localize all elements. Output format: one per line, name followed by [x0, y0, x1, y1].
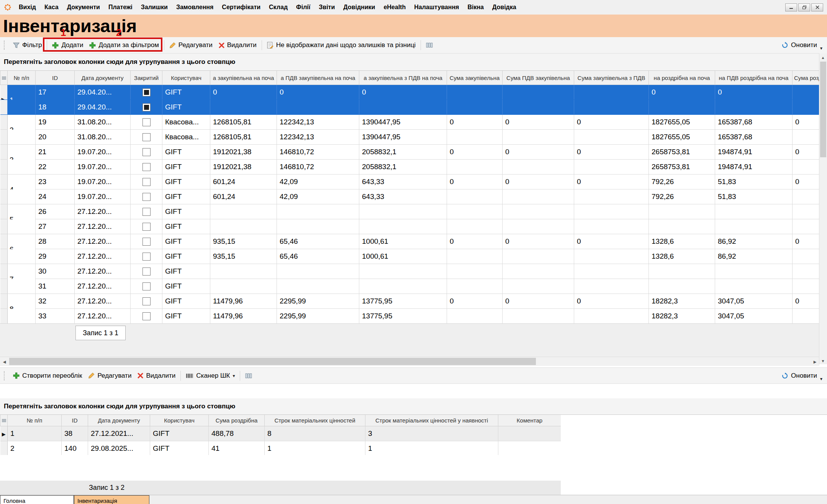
document-row[interactable]: 33 27.12.20... GIFT 11479,96 2295,99 137…: [0, 309, 820, 324]
closed-checkbox[interactable]: [142, 163, 151, 171]
column-header[interactable]: на ПДВ роздрібна на поча: [715, 71, 793, 85]
menu-item[interactable]: Вихід: [15, 4, 40, 11]
document-row[interactable]: 2 19 31.08.20... Квасова... 1268105,81 1…: [0, 115, 820, 130]
refresh-button[interactable]: Оновити: [778, 39, 820, 52]
delete-recount-button[interactable]: Видалити: [134, 369, 179, 382]
view-tab[interactable]: Головна: [0, 495, 74, 504]
menu-item[interactable]: Документи: [63, 4, 104, 11]
document-row[interactable]: 27 27.12.20... GIFT: [0, 219, 820, 234]
closed-checkbox[interactable]: [142, 312, 151, 320]
menu-item[interactable]: Каса: [40, 4, 63, 11]
toolbar-grip[interactable]: [4, 371, 7, 380]
closed-checkbox[interactable]: [142, 297, 151, 305]
column-header[interactable]: Сума закупівельна з ПДВ: [574, 71, 649, 85]
column-chooser-button[interactable]: [423, 39, 436, 52]
closed-checkbox[interactable]: [142, 88, 151, 96]
closed-checkbox[interactable]: [142, 223, 151, 231]
horizontal-scrollbar[interactable]: [0, 357, 819, 366]
column-header[interactable]: а закупівельна на поча: [210, 71, 277, 85]
edit-button[interactable]: Редагувати: [166, 39, 216, 52]
filter-button[interactable]: Фільтр: [10, 39, 45, 52]
scanner-dropdown-icon[interactable]: [233, 374, 235, 378]
closed-checkbox[interactable]: [142, 253, 151, 261]
menu-item[interactable]: Залишки: [137, 4, 172, 11]
column-header[interactable]: Дата документу: [88, 415, 150, 426]
column-header[interactable]: Закритий: [131, 71, 162, 85]
menu-item[interactable]: Сертифікати: [218, 4, 265, 11]
add-button[interactable]: Додати: [49, 39, 86, 52]
column-header[interactable]: Строк матеріальних цінностей: [265, 415, 365, 426]
closed-checkbox[interactable]: [142, 208, 151, 216]
scroll-left-button[interactable]: [0, 357, 9, 365]
toolbar-grip[interactable]: [4, 41, 7, 50]
document-row[interactable]: 6 28 27.12.20... GIFT 935,15 65,46 1000,…: [0, 234, 820, 249]
vertical-scroll-thumb[interactable]: [820, 62, 826, 157]
refresh-dropdown-icon[interactable]: [820, 46, 822, 51]
column-header[interactable]: а ПДВ закупівельна на поча: [277, 71, 359, 85]
hide-balances-button[interactable]: Не відображати дані щодо залишків та різ…: [264, 39, 419, 52]
refresh-dropdown-icon[interactable]: [820, 377, 822, 381]
closed-checkbox[interactable]: [142, 282, 151, 290]
close-button[interactable]: [811, 3, 823, 11]
column-header[interactable]: ID: [36, 71, 75, 85]
menu-item[interactable]: Довідники: [339, 4, 379, 11]
closed-checkbox[interactable]: [142, 118, 151, 126]
document-row[interactable]: 8 32 27.12.20... GIFT 11479,96 2295,99 1…: [0, 294, 820, 309]
scroll-right-button[interactable]: [811, 357, 819, 365]
menu-item[interactable]: Філії: [292, 4, 314, 11]
column-header[interactable]: Сума розд: [793, 71, 820, 85]
document-row[interactable]: 18 29.04.20... GIFT: [0, 100, 820, 115]
document-row[interactable]: 5 26 27.12.20... GIFT: [0, 204, 820, 219]
column-header[interactable]: № п/п: [8, 71, 36, 85]
document-row[interactable]: 29 27.12.20... GIFT 935,15 65,46 1000,61…: [0, 249, 820, 264]
menu-item[interactable]: Налаштування: [410, 4, 463, 11]
group-by-panel[interactable]: Перетягніть заголовок колонки сюди для у…: [0, 54, 827, 71]
column-header[interactable]: Коментар: [498, 415, 561, 426]
column-chooser-button[interactable]: [242, 369, 255, 382]
view-tab[interactable]: Інвентаризація: [74, 495, 149, 504]
column-header[interactable]: ID: [62, 415, 88, 426]
menu-item[interactable]: Замовлення: [172, 4, 218, 11]
document-row[interactable]: 4 23 19.07.20... GIFT 601,24 42,09 643,3…: [0, 175, 820, 189]
recount-row[interactable]: 2 140 29.08.2025... GIFT 41 1 1: [0, 441, 561, 455]
horizontal-scroll-thumb[interactable]: [9, 358, 536, 365]
closed-checkbox[interactable]: [142, 133, 151, 141]
column-header[interactable]: на роздрібна на поча: [649, 71, 715, 85]
recount-row[interactable]: 1 38 27.12.2021... GIFT 488,78 8 3: [0, 426, 561, 441]
column-header[interactable]: Сума закупівельна: [447, 71, 503, 85]
column-header[interactable]: Користувач: [150, 415, 209, 426]
closed-checkbox[interactable]: [142, 267, 151, 276]
menu-item[interactable]: Вікна: [463, 4, 488, 11]
delete-button[interactable]: Видалити: [216, 39, 260, 52]
menu-item[interactable]: Звіти: [314, 4, 339, 11]
column-header[interactable]: Користувач: [162, 71, 210, 85]
menu-item[interactable]: eHealth: [379, 4, 410, 11]
add-by-filter-button[interactable]: Додати за фільтром: [86, 39, 162, 52]
scroll-down-button[interactable]: [819, 357, 827, 364]
closed-checkbox[interactable]: [142, 103, 151, 111]
scroll-up-button[interactable]: [819, 53, 827, 61]
closed-checkbox[interactable]: [142, 178, 151, 186]
column-header[interactable]: а закупівельна з ПДВ на поча: [359, 71, 447, 85]
document-row[interactable]: 7 30 27.12.20... GIFT: [0, 264, 820, 279]
refresh-recount-button[interactable]: Оновити: [778, 369, 820, 382]
document-row[interactable]: 3 21 19.07.20... GIFT 1912021,38 146810,…: [0, 145, 820, 160]
menu-item[interactable]: Платежі: [104, 4, 137, 11]
document-row[interactable]: 1 17 29.04.20... GIFT 0 0 0 0 0: [0, 85, 820, 100]
closed-checkbox[interactable]: [142, 238, 151, 246]
column-header[interactable]: Дата документу: [75, 71, 131, 85]
barcode-scanner-button[interactable]: Сканер ШК: [183, 369, 238, 382]
column-header[interactable]: Строк матеріальних цінностей у наявності: [365, 415, 498, 426]
closed-checkbox[interactable]: [142, 148, 151, 156]
menu-item[interactable]: Довідка: [488, 4, 521, 11]
menu-item[interactable]: Склад: [265, 4, 292, 11]
document-row[interactable]: 22 19.07.20... GIFT 1912021,38 146810,72…: [0, 160, 820, 175]
minimize-button[interactable]: [785, 3, 797, 11]
column-header[interactable]: № п/п: [8, 415, 62, 426]
restore-button[interactable]: [798, 3, 810, 11]
vertical-scrollbar[interactable]: [819, 53, 827, 364]
document-row[interactable]: 20 31.08.20... Квасова... 1268105,81 122…: [0, 130, 820, 145]
document-row[interactable]: 31 27.12.20... GIFT: [0, 279, 820, 294]
column-header[interactable]: Сума ПДВ закупівельна: [503, 71, 574, 85]
edit-recount-button[interactable]: Редагувати: [85, 369, 134, 382]
